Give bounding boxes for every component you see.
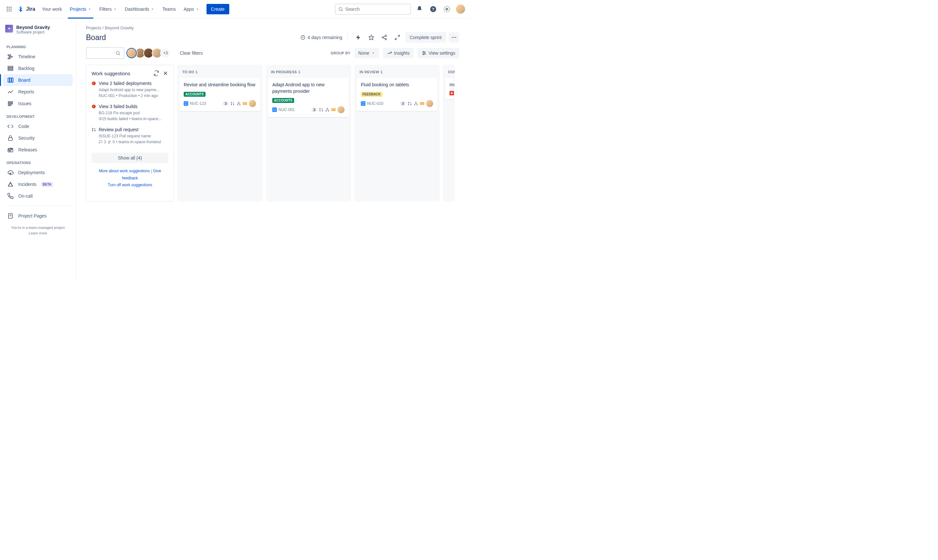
svg-line-37 xyxy=(384,38,385,39)
suggestion-item[interactable]: Review pull request ISSUE-123 Pull reque… xyxy=(91,127,168,145)
section-operations: OPERATIONS xyxy=(3,155,72,167)
sidebar-item-project-pages[interactable]: Project Pages xyxy=(3,210,72,222)
complete-sprint-button[interactable]: Complete sprint xyxy=(405,32,446,43)
svg-point-0 xyxy=(7,6,8,8)
sidebar-item-incidents[interactable]: IncidentsBETA xyxy=(3,178,72,190)
nav-your-work[interactable]: Your work xyxy=(39,4,65,14)
svg-point-42 xyxy=(455,37,456,38)
svg-point-2 xyxy=(11,6,11,8)
section-planning: PLANNING xyxy=(3,40,72,51)
top-nav: Jira Your work Projects Filters Dashboar… xyxy=(0,0,469,18)
card-tag: ACCOUNTS xyxy=(272,98,294,103)
group-by-label: GROUP BY xyxy=(331,51,350,55)
sidebar-footer: You're in a team-managed project Learn m… xyxy=(3,222,72,239)
assignee-filter: +3 xyxy=(128,48,171,58)
clear-filters-link[interactable]: Clear filters xyxy=(180,51,203,56)
svg-rect-15 xyxy=(9,56,12,57)
divider xyxy=(5,206,71,206)
suggestion-item[interactable]: View 2 failed deployments Adapt Android … xyxy=(91,81,168,98)
svg-rect-18 xyxy=(8,68,13,69)
svg-point-77 xyxy=(328,111,329,111)
sidebar: ✦ Beyond Gravity Software project PLANNI… xyxy=(0,18,76,280)
issue-key: NUC-010 xyxy=(361,101,384,106)
share-icon[interactable] xyxy=(379,32,390,43)
group-by-select[interactable]: None xyxy=(354,48,379,58)
project-header[interactable]: ✦ Beyond Gravity Software project xyxy=(3,25,72,40)
issue-card[interactable]: Fluid booking on tablets FEEDBACK NUC-01… xyxy=(357,78,437,111)
svg-point-67 xyxy=(233,104,234,105)
svg-rect-16 xyxy=(8,58,11,59)
sidebar-item-backlog[interactable]: Backlog xyxy=(3,63,72,74)
column-todo: TO DO1 Revise and streamline booking flo… xyxy=(177,65,262,202)
issue-card[interactable]: Adapt Android app to new payments provid… xyxy=(268,78,348,117)
help-icon[interactable]: ? xyxy=(428,4,438,14)
story-points: 3 xyxy=(223,101,229,106)
svg-rect-21 xyxy=(10,78,11,82)
show-all-button[interactable]: Show all (4) xyxy=(91,153,168,163)
settings-icon[interactable] xyxy=(442,4,452,14)
sidebar-item-oncall[interactable]: On-call xyxy=(3,190,72,202)
turn-off-link[interactable]: Turn off work suggestions xyxy=(108,183,152,187)
svg-point-85 xyxy=(451,92,453,94)
svg-rect-64 xyxy=(185,102,187,104)
suggestion-item[interactable]: View 3 failed builds BG-218 Fix escape p… xyxy=(91,104,168,122)
project-subtitle: Software project xyxy=(16,30,50,34)
sidebar-item-board[interactable]: Board xyxy=(3,74,72,86)
create-button[interactable]: Create xyxy=(206,4,229,14)
insights-button[interactable]: Insights xyxy=(383,48,414,58)
view-settings-button[interactable]: View settings xyxy=(417,48,459,58)
sidebar-item-code[interactable]: Code xyxy=(3,120,72,132)
sidebar-item-security[interactable]: Security xyxy=(3,132,72,144)
board-search[interactable] xyxy=(86,47,125,59)
refresh-icon[interactable] xyxy=(153,70,159,76)
timeline-icon xyxy=(7,53,14,60)
nav-dashboards[interactable]: Dashboards xyxy=(122,4,158,14)
sidebar-item-deployments[interactable]: Deployments xyxy=(3,167,72,178)
deployments-icon xyxy=(7,169,14,176)
issue-key: NUC-123 xyxy=(184,101,206,106)
notifications-icon[interactable] xyxy=(414,4,425,14)
breadcrumb-root[interactable]: Projects xyxy=(86,25,101,30)
fullscreen-icon[interactable] xyxy=(392,32,402,43)
nav-teams[interactable]: Teams xyxy=(159,4,179,14)
svg-point-81 xyxy=(410,104,411,105)
svg-rect-23 xyxy=(8,102,12,103)
jira-logo[interactable]: Jira xyxy=(15,6,37,13)
svg-rect-22 xyxy=(12,78,13,82)
app-switcher-icon[interactable] xyxy=(4,4,14,14)
star-icon[interactable] xyxy=(366,32,376,43)
search-input[interactable] xyxy=(345,6,408,12)
svg-point-82 xyxy=(416,102,416,102)
card-tag: FEEDBACK xyxy=(361,92,382,97)
close-icon[interactable] xyxy=(163,70,168,76)
avatar-more[interactable]: +3 xyxy=(160,48,171,58)
automation-icon[interactable] xyxy=(353,32,363,43)
svg-rect-71 xyxy=(274,109,276,111)
nav-filters[interactable]: Filters xyxy=(96,4,120,14)
svg-point-48 xyxy=(423,51,424,52)
more-actions-button[interactable] xyxy=(449,32,459,43)
sidebar-item-issues[interactable]: Issues xyxy=(3,98,72,109)
sidebar-item-releases[interactable]: Releases xyxy=(3,144,72,155)
lock-icon xyxy=(7,135,14,141)
nav-projects[interactable]: Projects xyxy=(66,4,95,14)
svg-point-66 xyxy=(231,104,231,105)
reports-icon xyxy=(7,89,14,95)
column-header: TO DO1 xyxy=(179,68,260,78)
issue-card[interactable]: Imp xyxy=(445,78,453,99)
svg-point-62 xyxy=(108,141,109,142)
global-search[interactable] xyxy=(335,3,411,15)
svg-point-74 xyxy=(322,111,322,111)
search-icon xyxy=(115,51,120,56)
assignee-avatar xyxy=(337,106,345,113)
sidebar-item-timeline[interactable]: Timeline xyxy=(3,51,72,63)
svg-point-8 xyxy=(11,11,11,11)
svg-point-49 xyxy=(424,53,425,54)
avatar-1[interactable] xyxy=(126,48,137,58)
more-suggestions-link[interactable]: More about work suggestions xyxy=(99,169,150,173)
sidebar-item-reports[interactable]: Reports xyxy=(3,86,72,98)
nav-apps[interactable]: Apps xyxy=(180,4,203,14)
learn-more-link[interactable]: Learn more xyxy=(29,231,47,235)
issue-card[interactable]: Revise and streamline booking flow ACCOU… xyxy=(180,78,260,111)
profile-avatar[interactable] xyxy=(456,5,465,14)
